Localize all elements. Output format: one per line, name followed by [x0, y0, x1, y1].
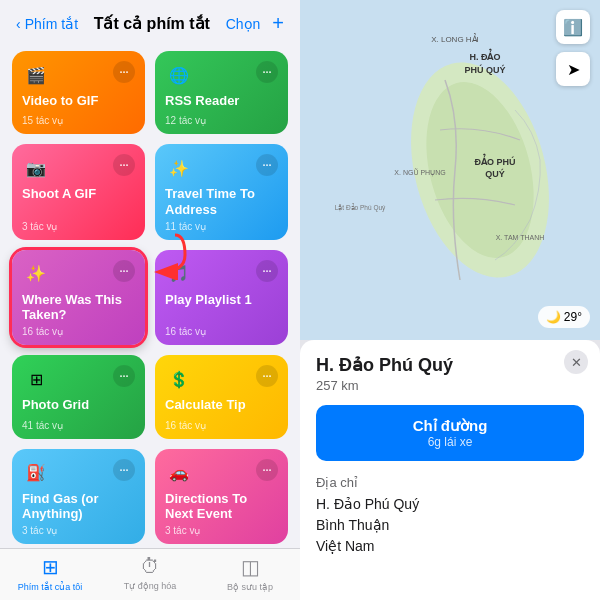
shortcut-card-find-gas[interactable]: ⛽ ··· Find Gas (or Anything) 3 tác vụ: [12, 449, 145, 544]
shortcuts-grid: 🎬 ··· Video to GIF 15 tác vụ 🌐 ··· RSS R…: [0, 43, 300, 548]
card-header: 🌐 ···: [165, 61, 278, 89]
tab-my-shortcuts[interactable]: ⊞ Phím tắt của tôi: [0, 555, 100, 592]
card-title-shoot-gif: Shoot A GIF: [22, 186, 135, 218]
location-title: H. Đảo Phú Quý: [316, 354, 584, 376]
card-title-video-gif: Video to GIF: [22, 93, 135, 113]
shortcut-card-play-playlist[interactable]: 🎵 ··· Play Playlist 1 16 tác vụ: [155, 250, 288, 345]
card-icon-travel-time: ✨: [165, 154, 193, 182]
card-title-rss-reader: RSS Reader: [165, 93, 278, 113]
map-panel: X. LONG HẢI H. ĐẢO PHÚ QUÝ ĐẢO PHÚ QUÝ X…: [300, 0, 600, 600]
compass-button[interactable]: ➤: [556, 52, 590, 86]
card-icon-find-gas: ⛽: [22, 459, 50, 487]
card-header: 🚗 ···: [165, 459, 278, 487]
card-title-find-gas: Find Gas (or Anything): [22, 491, 135, 523]
card-more-shoot-gif[interactable]: ···: [113, 154, 135, 176]
card-subtitle-directions: 3 tác vụ: [165, 525, 278, 536]
address-line: Bình Thuận: [316, 515, 584, 536]
shortcut-card-video-gif[interactable]: 🎬 ··· Video to GIF 15 tác vụ: [12, 51, 145, 134]
card-title-calculate-tip: Calculate Tip: [165, 397, 278, 417]
add-button[interactable]: +: [272, 12, 284, 35]
card-title-where-was: Where Was This Taken?: [22, 292, 135, 324]
svg-text:QUÝ: QUÝ: [485, 168, 505, 179]
card-title-directions: Directions To Next Event: [165, 491, 278, 523]
card-more-find-gas[interactable]: ···: [113, 459, 135, 481]
shortcut-card-rss-reader[interactable]: 🌐 ··· RSS Reader 12 tác vụ: [155, 51, 288, 134]
shortcut-card-where-was[interactable]: ✨ ··· Where Was This Taken? 16 tác vụ: [12, 250, 145, 345]
top-bar-actions: Chọn +: [226, 12, 284, 35]
card-more-rss-reader[interactable]: ···: [256, 61, 278, 83]
card-subtitle-calculate-tip: 16 tác vụ: [165, 420, 278, 431]
shortcut-card-calculate-tip[interactable]: 💲 ··· Calculate Tip 16 tác vụ: [155, 355, 288, 438]
card-subtitle-rss-reader: 12 tác vụ: [165, 115, 278, 126]
card-icon-shoot-gif: 📷: [22, 154, 50, 182]
card-header: 💲 ···: [165, 365, 278, 393]
back-label: Phím tắt: [25, 16, 78, 32]
card-subtitle-photo-grid: 41 tác vụ: [22, 420, 135, 431]
card-icon-calculate-tip: 💲: [165, 365, 193, 393]
card-icon-photo-grid: ⊞: [22, 365, 50, 393]
close-button[interactable]: ✕: [564, 350, 588, 374]
svg-text:X. TAM THANH: X. TAM THANH: [496, 234, 545, 241]
card-subtitle-travel-time: 11 tác vụ: [165, 221, 278, 232]
card-more-calculate-tip[interactable]: ···: [256, 365, 278, 387]
shortcut-card-photo-grid[interactable]: ⊞ ··· Photo Grid 41 tác vụ: [12, 355, 145, 438]
temperature-badge: 🌙 29°: [538, 306, 590, 328]
address-line: H. Đảo Phú Quý: [316, 494, 584, 515]
top-bar: ‹ Phím tắt Tất cả phím tắt Chọn +: [0, 0, 300, 43]
card-title-play-playlist: Play Playlist 1: [165, 292, 278, 324]
location-distance: 257 km: [316, 378, 584, 393]
card-header: ✨ ···: [165, 154, 278, 182]
svg-text:PHÚ QUÝ: PHÚ QUÝ: [464, 64, 505, 75]
card-title-photo-grid: Photo Grid: [22, 397, 135, 417]
address-content: H. Đảo Phú QuýBình ThuậnViệt Nam: [316, 494, 584, 557]
map-svg: X. LONG HẢI H. ĐẢO PHÚ QUÝ ĐẢO PHÚ QUÝ X…: [300, 0, 600, 340]
tab-label-my-shortcuts: Phím tắt của tôi: [18, 582, 83, 592]
card-subtitle-where-was: 16 tác vụ: [22, 326, 135, 337]
svg-text:X. NGŨ PHỤNG: X. NGŨ PHỤNG: [394, 168, 445, 177]
info-button[interactable]: ℹ️: [556, 10, 590, 44]
back-button[interactable]: ‹ Phím tắt: [16, 16, 78, 32]
card-more-travel-time[interactable]: ···: [256, 154, 278, 176]
tab-icon-automation: ⏱: [140, 555, 160, 578]
svg-text:Lặt Đảo Phú Quý: Lặt Đảo Phú Quý: [335, 203, 386, 212]
card-subtitle-play-playlist: 16 tác vụ: [165, 326, 278, 337]
card-subtitle-video-gif: 15 tác vụ: [22, 115, 135, 126]
shortcut-card-shoot-gif[interactable]: 📷 ··· Shoot A GIF 3 tác vụ: [12, 144, 145, 239]
map-container: X. LONG HẢI H. ĐẢO PHÚ QUÝ ĐẢO PHÚ QUÝ X…: [300, 0, 600, 340]
card-subtitle-shoot-gif: 3 tác vụ: [22, 221, 135, 232]
svg-text:X. LONG HẢI: X. LONG HẢI: [431, 33, 479, 44]
card-more-directions[interactable]: ···: [256, 459, 278, 481]
moon-icon: 🌙: [546, 310, 561, 324]
tab-automation[interactable]: ⏱ Tự động hóa: [100, 555, 200, 592]
card-more-video-gif[interactable]: ···: [113, 61, 135, 83]
map-controls: ℹ️ ➤: [556, 10, 590, 86]
card-header: ✨ ···: [22, 260, 135, 288]
shortcut-card-directions[interactable]: 🚗 ··· Directions To Next Event 3 tác vụ: [155, 449, 288, 544]
location-info-panel: ✕ H. Đảo Phú Quý 257 km Chỉ đường 6g lái…: [300, 340, 600, 600]
tab-icon-gallery: ◫: [241, 555, 260, 579]
card-icon-rss-reader: 🌐: [165, 61, 193, 89]
directions-btn-title: Chỉ đường: [328, 417, 572, 435]
address-line: Việt Nam: [316, 536, 584, 557]
card-header: ⊞ ···: [22, 365, 135, 393]
card-more-photo-grid[interactable]: ···: [113, 365, 135, 387]
directions-btn-subtitle: 6g lái xe: [328, 435, 572, 449]
directions-button[interactable]: Chỉ đường 6g lái xe: [316, 405, 584, 461]
tab-gallery[interactable]: ◫ Bộ sưu tập: [200, 555, 300, 592]
shortcuts-panel: ‹ Phím tắt Tất cả phím tắt Chọn + 🎬 ··· …: [0, 0, 300, 600]
card-header: ⛽ ···: [22, 459, 135, 487]
card-icon-directions: 🚗: [165, 459, 193, 487]
temperature-value: 29°: [564, 310, 582, 324]
card-title-travel-time: Travel Time To Address: [165, 186, 278, 218]
select-button[interactable]: Chọn: [226, 16, 261, 32]
address-label: Địa chỉ: [316, 475, 584, 490]
tab-label-gallery: Bộ sưu tập: [227, 582, 273, 592]
card-header: 🎵 ···: [165, 260, 278, 288]
tab-bar: ⊞ Phím tắt của tôi ⏱ Tự động hóa ◫ Bộ sư…: [0, 548, 300, 600]
shortcut-card-travel-time[interactable]: ✨ ··· Travel Time To Address 11 tác vụ: [155, 144, 288, 239]
card-more-where-was[interactable]: ···: [113, 260, 135, 282]
back-chevron-icon: ‹: [16, 16, 21, 32]
page-title: Tất cả phím tắt: [94, 14, 210, 33]
card-header: 📷 ···: [22, 154, 135, 182]
card-more-play-playlist[interactable]: ···: [256, 260, 278, 282]
